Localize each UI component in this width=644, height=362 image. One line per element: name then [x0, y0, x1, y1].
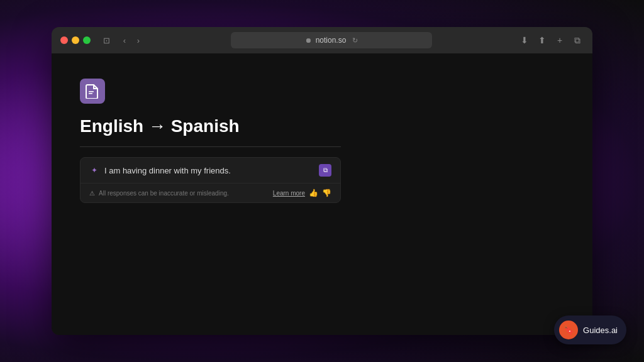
nav-buttons: ‹ › [118, 34, 145, 47]
download-icon[interactable]: ⬇ [518, 34, 531, 47]
guides-label: Guides.ai [583, 326, 618, 335]
notion-logo [80, 79, 105, 104]
lock-icon: ⏺ [305, 36, 312, 44]
sidebar-icon[interactable]: ⊡ [101, 35, 112, 46]
warning-row: ⚠ All responses can be inaccurate or mis… [80, 184, 340, 202]
share-icon[interactable]: ⬆ [536, 34, 548, 47]
translation-row: ✦ I am having dinner with my friends. ⧉ [80, 158, 340, 184]
feedback-icons: 👍 👎 [309, 189, 331, 197]
warning-icon: ⚠ [89, 190, 95, 197]
bookmark-icon: 🔖 [564, 325, 574, 335]
ai-icon: ✦ [89, 165, 99, 175]
address-bar-container: ⏺ notion.so ↻ [151, 32, 512, 48]
translation-output: I am having dinner with my friends. [104, 166, 314, 175]
guides-icon: 🔖 [559, 321, 578, 339]
notion-logo-svg [85, 84, 100, 99]
svg-rect-1 [89, 93, 92, 94]
tabs-icon[interactable]: ⧉ [571, 34, 584, 47]
refresh-icon[interactable]: ↻ [352, 36, 358, 45]
thumbs-down-icon[interactable]: 👎 [322, 189, 331, 197]
url-text: notion.so [316, 36, 347, 45]
traffic-lights [60, 36, 91, 44]
back-button[interactable]: ‹ [118, 34, 131, 47]
browser-window: ⊡ ‹ › ⏺ notion.so ↻ ⬇ ⬆ + ⧉ [52, 27, 592, 335]
minimize-button[interactable] [72, 36, 79, 44]
browser-actions: ⬇ ⬆ + ⧉ [518, 34, 584, 47]
forward-button[interactable]: › [132, 34, 145, 47]
copy-icon: ⧉ [323, 167, 328, 174]
thumbs-up-icon[interactable]: 👍 [309, 189, 318, 197]
page-title: English → Spanish [80, 116, 240, 136]
translation-card: ✦ I am having dinner with my friends. ⧉ … [80, 157, 341, 203]
new-tab-icon[interactable]: + [553, 34, 566, 47]
close-button[interactable] [60, 36, 68, 44]
maximize-button[interactable] [83, 36, 91, 44]
svg-rect-0 [89, 91, 94, 92]
title-divider [80, 146, 341, 147]
copy-button[interactable]: ⧉ [319, 164, 331, 177]
guides-badge[interactable]: 🔖 Guides.ai [554, 315, 626, 344]
title-bar: ⊡ ‹ › ⏺ notion.so ↻ ⬇ ⬆ + ⧉ [52, 27, 592, 53]
page-content: English → Spanish ✦ I am having dinner w… [52, 53, 592, 335]
warning-text: All responses can be inaccurate or misle… [99, 190, 269, 197]
learn-more-link[interactable]: Learn more [273, 190, 305, 197]
sidebar-toggle-area: ⊡ [101, 35, 112, 46]
address-bar[interactable]: ⏺ notion.so ↻ [231, 32, 432, 48]
